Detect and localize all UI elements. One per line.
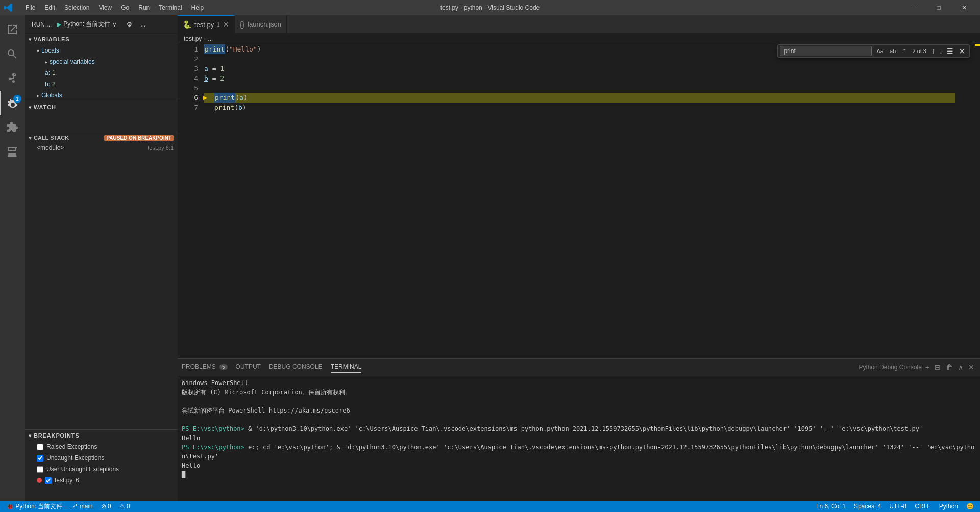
panel-maximize-button[interactable]: ∧ xyxy=(957,362,965,373)
menu-selection[interactable]: Selection xyxy=(60,3,93,12)
find-options: Aa ab .* xyxy=(874,47,908,55)
branch-status[interactable]: ⎇ main xyxy=(68,501,94,512)
bp-test-py-checkbox[interactable] xyxy=(45,477,52,484)
bp-raised-exceptions: Raised Exceptions xyxy=(24,441,178,452)
code-line-4: b = 2 xyxy=(204,73,955,83)
run-button[interactable]: RUN ... xyxy=(29,20,55,29)
var-a-label: a: xyxy=(45,69,50,76)
menu-help[interactable]: Help xyxy=(187,3,208,12)
errors-status[interactable]: ⊘ 0 xyxy=(99,501,113,512)
terminal-line-2 xyxy=(182,397,976,406)
activity-search[interactable] xyxy=(0,42,24,66)
code-area[interactable]: ▶ print("Hello") a = 1 b = 2 xyxy=(202,44,955,358)
find-next-button[interactable]: ↓ xyxy=(938,46,944,56)
line-num-6: 6 xyxy=(178,93,198,103)
tab-terminal[interactable]: TERMINAL xyxy=(331,361,362,373)
eol-status[interactable]: CRLF xyxy=(913,501,933,512)
tabs-bar: 🐍 test.py 1 ✕ {} launch.json xyxy=(178,15,980,33)
tab-test-py-label: test.py xyxy=(194,21,214,29)
chevron-down-icon: ▾ xyxy=(29,37,32,42)
status-bar: 🐞 Python: 当前文件 ⎇ main ⊘ 0 ⚠ 0 Ln 6, Col … xyxy=(0,501,980,512)
terminal-line-1: 版权所有 (C) Microsoft Corporation。保留所有权利。 xyxy=(182,388,976,397)
split-terminal-button[interactable]: ⊟ xyxy=(933,362,942,373)
close-button[interactable]: ✕ xyxy=(952,0,976,15)
line-col-status[interactable]: Ln 6, Col 1 xyxy=(814,501,848,512)
activity-explorer[interactable] xyxy=(0,17,24,42)
globals-item[interactable]: ▸ Globals xyxy=(24,90,178,101)
special-variables-item[interactable]: ▸ special variables xyxy=(24,56,178,67)
activity-debug[interactable]: 1 xyxy=(0,91,24,115)
tab-debug-console[interactable]: DEBUG CONSOLE xyxy=(269,361,323,373)
run-label: RUN ... xyxy=(32,21,52,28)
terminal-content[interactable]: Windows PowerShell 版权所有 (C) Microsoft Co… xyxy=(178,376,980,501)
activity-testing[interactable] xyxy=(0,140,24,164)
menu-view[interactable]: View xyxy=(94,3,116,12)
warnings-status[interactable]: ⚠ 0 xyxy=(117,501,132,512)
var-a-item[interactable]: a: 1 xyxy=(24,67,178,79)
language-label: Python xyxy=(939,503,958,510)
encoding-label: UTF-8 xyxy=(889,503,906,510)
editor: 1 2 3 4 5 6 7 ▶ print("Hello") xyxy=(178,44,980,358)
tab-launch-json-label: launch.json xyxy=(248,20,281,28)
errors-label: ⊘ 0 xyxy=(101,503,111,510)
encoding-status[interactable]: UTF-8 xyxy=(887,501,909,512)
language-status[interactable]: Python xyxy=(937,501,960,512)
tab-close-icon[interactable]: ✕ xyxy=(223,21,229,28)
debug-status[interactable]: 🐞 Python: 当前文件 xyxy=(4,501,64,512)
window-title: test.py - python - Visual Studio Code xyxy=(440,4,540,11)
minimize-button[interactable]: ─ xyxy=(901,0,925,15)
callstack-name: <module> xyxy=(37,144,64,151)
tab-output[interactable]: OUTPUT xyxy=(236,361,261,373)
code-line-6: print(a) xyxy=(204,93,955,103)
panel-close-button[interactable]: ✕ xyxy=(967,362,976,373)
locals-item[interactable]: ▾ Locals xyxy=(24,45,178,56)
code-line-7: print(b) xyxy=(204,103,955,112)
gear-button[interactable]: ⚙ xyxy=(124,20,135,29)
status-bar-left: 🐞 Python: 当前文件 ⎇ main ⊘ 0 ⚠ 0 xyxy=(4,501,132,512)
find-input[interactable] xyxy=(780,46,872,56)
menu-go[interactable]: Go xyxy=(117,3,133,12)
terminal-line-4 xyxy=(182,415,976,424)
debug-config-dropdown[interactable]: ▶ Python: 当前文件 ∨ xyxy=(57,20,117,29)
tab-launch-json[interactable]: {} launch.json xyxy=(235,15,287,33)
find-select-all-button[interactable]: ☰ xyxy=(946,46,954,56)
more-button[interactable]: ... xyxy=(137,20,149,29)
bp-raised-label: Raised Exceptions xyxy=(46,443,97,450)
find-case-sensitive[interactable]: Aa xyxy=(874,47,886,55)
watch-header[interactable]: ▾ WATCH xyxy=(24,101,178,113)
python-file-icon: 🐍 xyxy=(183,20,191,29)
python-debug-console-label: Python Debug Console xyxy=(859,364,921,371)
variables-header[interactable]: ▾ VARIABLES xyxy=(24,34,178,45)
menu-run[interactable]: Run xyxy=(134,3,154,12)
bp-user-uncaught-checkbox[interactable] xyxy=(37,466,43,473)
var-a-value: 1 xyxy=(52,69,56,76)
callstack-location: test.py 6:1 xyxy=(148,145,174,151)
activity-extensions[interactable] xyxy=(0,115,24,140)
tab-test-py[interactable]: 🐍 test.py 1 ✕ xyxy=(178,15,235,33)
activity-source-control[interactable] xyxy=(0,66,24,91)
menu-edit[interactable]: Edit xyxy=(40,3,59,12)
callstack-header[interactable]: ▾ CALL STACK PAUSED ON BREAKPOINT xyxy=(24,132,178,143)
spaces-status[interactable]: Spaces: 4 xyxy=(852,501,883,512)
find-regex[interactable]: .* xyxy=(899,47,908,55)
kill-terminal-button[interactable]: 🗑 xyxy=(944,362,954,373)
find-prev-button[interactable]: ↑ xyxy=(930,46,936,56)
bp-uncaught-checkbox[interactable] xyxy=(37,455,43,462)
breakpoints-header[interactable]: ▾ BREAKPOINTS xyxy=(24,430,178,441)
breadcrumb-file[interactable]: test.py xyxy=(184,35,202,42)
menu-terminal[interactable]: Terminal xyxy=(155,3,186,12)
bp-raised-checkbox[interactable] xyxy=(37,444,43,450)
maximize-button[interactable]: □ xyxy=(927,0,950,15)
tab-problems[interactable]: PROBLEMS 5 xyxy=(182,361,228,373)
menu-file[interactable]: File xyxy=(21,3,39,12)
new-terminal-button[interactable]: + xyxy=(924,362,931,373)
chevron-right-icon: ▸ xyxy=(45,59,47,65)
find-close-button[interactable]: ✕ xyxy=(957,46,967,56)
var-b-item[interactable]: b: 2 xyxy=(24,79,178,90)
callstack-item[interactable]: <module> test.py 6:1 xyxy=(24,143,178,152)
breadcrumb-symbol[interactable]: ... xyxy=(208,35,213,42)
feedback-status[interactable]: 😊 xyxy=(964,501,976,512)
chevron-down-icon: ▾ xyxy=(29,105,32,110)
find-whole-word[interactable]: ab xyxy=(887,47,898,55)
panel-tabs-left: PROBLEMS 5 OUTPUT DEBUG CONSOLE TERMINAL xyxy=(182,361,361,373)
